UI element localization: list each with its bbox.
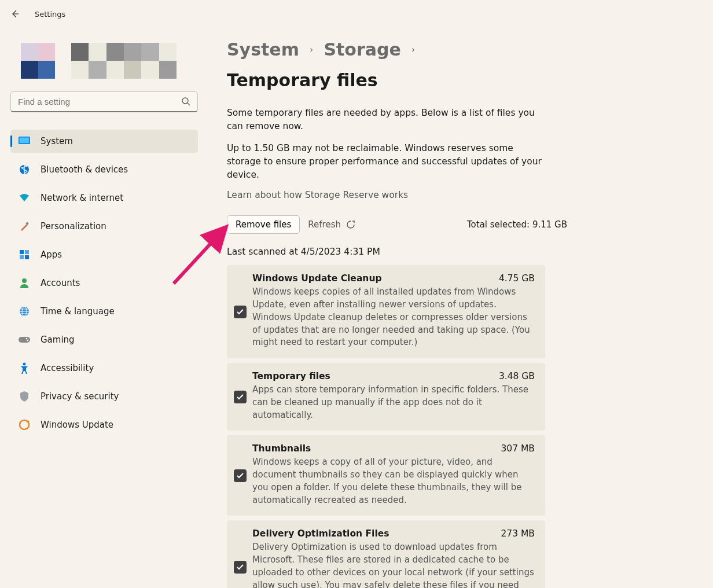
- card-title: Delivery Optimization Files: [252, 528, 389, 539]
- sidebar-item-label: Apps: [41, 249, 62, 260]
- last-scanned: Last scanned at 4/5/2023 4:31 PM: [227, 247, 567, 257]
- sidebar-item-accounts[interactable]: Accounts: [10, 271, 198, 295]
- sidebar-item-windows-update[interactable]: Windows Update: [10, 413, 198, 436]
- search-input-container[interactable]: [10, 91, 198, 112]
- main-content: System › Storage › Temporary files Some …: [208, 28, 567, 588]
- titlebar: Settings: [0, 0, 713, 28]
- account-name-redacted: [71, 43, 177, 79]
- svg-rect-8: [25, 255, 29, 259]
- breadcrumb-system[interactable]: System: [227, 39, 299, 60]
- refresh-icon: [346, 219, 356, 230]
- storage-reserve-link[interactable]: Learn about how Storage Reserve works: [227, 190, 567, 200]
- file-category-card[interactable]: Delivery Optimization Files273 MBDeliver…: [227, 520, 545, 588]
- card-size: 4.75 GB: [499, 273, 535, 284]
- card-size: 3.48 GB: [499, 371, 535, 381]
- checkbox[interactable]: [234, 561, 247, 574]
- sidebar-item-label: System: [41, 136, 73, 146]
- refresh-button[interactable]: Refresh: [308, 219, 356, 230]
- card-description: Windows keeps a copy of all of your pict…: [252, 456, 535, 506]
- svg-point-15: [23, 363, 26, 366]
- sidebar-item-label: Accessibility: [41, 363, 94, 373]
- svg-point-0: [182, 98, 188, 104]
- sidebar-item-privacy-security[interactable]: Privacy & security: [10, 385, 198, 408]
- description-2: Up to 1.50 GB may not be reclaimable. Wi…: [227, 142, 542, 182]
- svg-rect-7: [20, 255, 24, 259]
- account-header[interactable]: [10, 43, 198, 79]
- sidebar-item-network-internet[interactable]: Network & internet: [10, 186, 198, 210]
- card-title: Windows Update Cleanup: [252, 273, 382, 284]
- search-icon: [181, 97, 190, 106]
- back-button[interactable]: [8, 7, 22, 21]
- globe-icon: [19, 306, 30, 317]
- svg-rect-5: [20, 250, 24, 254]
- card-description: Delivery Optimization is used to downloa…: [252, 541, 535, 588]
- sidebar-item-personalization[interactable]: Personalization: [10, 215, 198, 238]
- titlebar-label: Settings: [35, 10, 65, 19]
- chevron-right-icon: ›: [310, 44, 313, 55]
- file-category-card[interactable]: Thumbnails307 MBWindows keeps a copy of …: [227, 435, 545, 516]
- refresh-label: Refresh: [308, 219, 341, 230]
- sidebar-item-label: Gaming: [41, 335, 75, 345]
- action-row: Remove files Refresh Total selected: 9.1…: [227, 215, 567, 234]
- avatar: [21, 43, 55, 79]
- breadcrumb: System › Storage › Temporary files: [227, 39, 567, 90]
- gamepad-icon: [19, 334, 30, 346]
- person-icon: [19, 277, 30, 289]
- brush-icon: [19, 220, 30, 232]
- sidebar-item-bluetooth-devices[interactable]: Bluetooth & devices: [10, 158, 198, 181]
- file-category-list: Windows Update Cleanup4.75 GBWindows kee…: [227, 265, 545, 588]
- sidebar-item-label: Network & internet: [41, 193, 123, 203]
- sidebar-item-label: Accounts: [41, 278, 80, 288]
- file-category-card[interactable]: Windows Update Cleanup4.75 GBWindows kee…: [227, 265, 545, 358]
- sidebar-item-label: Bluetooth & devices: [41, 164, 128, 175]
- wifi-icon: [19, 192, 30, 204]
- remove-files-button[interactable]: Remove files: [227, 215, 300, 234]
- update-icon: [19, 419, 30, 431]
- svg-rect-12: [19, 337, 30, 343]
- sidebar-item-system[interactable]: System: [10, 130, 198, 153]
- svg-rect-4: [25, 222, 29, 225]
- total-selected: Total selected: 9.11 GB: [467, 219, 567, 230]
- sidebar: SystemBluetooth & devicesNetwork & inter…: [0, 28, 208, 588]
- checkbox[interactable]: [234, 469, 247, 482]
- card-size: 273 MB: [501, 528, 535, 539]
- sidebar-item-label: Windows Update: [41, 420, 113, 430]
- shield-icon: [19, 391, 30, 402]
- sidebar-item-accessibility[interactable]: Accessibility: [10, 357, 198, 380]
- svg-point-14: [27, 340, 29, 341]
- svg-point-13: [26, 338, 28, 340]
- card-description: Windows keeps copies of all installed up…: [252, 286, 535, 349]
- card-size: 307 MB: [501, 443, 535, 454]
- sidebar-item-label: Time & language: [41, 306, 115, 317]
- card-title: Thumbnails: [252, 443, 311, 454]
- svg-rect-6: [25, 250, 29, 254]
- bluetooth-icon: [19, 164, 30, 175]
- search-input[interactable]: [18, 97, 174, 106]
- monitor-icon: [19, 135, 30, 147]
- svg-point-9: [22, 278, 27, 283]
- sidebar-item-time-language[interactable]: Time & language: [10, 300, 198, 323]
- accessibility-icon: [19, 362, 30, 374]
- apps-icon: [19, 249, 30, 260]
- checkbox[interactable]: [234, 306, 247, 318]
- sidebar-item-gaming[interactable]: Gaming: [10, 328, 198, 351]
- sidebar-item-apps[interactable]: Apps: [10, 243, 198, 266]
- sidebar-item-label: Privacy & security: [41, 391, 119, 402]
- nav: SystemBluetooth & devicesNetwork & inter…: [10, 130, 198, 442]
- card-description: Apps can store temporary information in …: [252, 384, 535, 421]
- chevron-right-icon: ›: [411, 44, 415, 55]
- sidebar-item-label: Personalization: [41, 221, 106, 231]
- file-category-card[interactable]: Temporary files3.48 GBApps can store tem…: [227, 363, 545, 431]
- card-title: Temporary files: [252, 371, 330, 381]
- checkbox[interactable]: [234, 391, 247, 403]
- breadcrumb-current: Temporary files: [227, 70, 378, 90]
- description-1: Some temporary files are needed by apps.…: [227, 106, 542, 134]
- breadcrumb-storage[interactable]: Storage: [324, 39, 400, 60]
- svg-rect-2: [20, 138, 30, 144]
